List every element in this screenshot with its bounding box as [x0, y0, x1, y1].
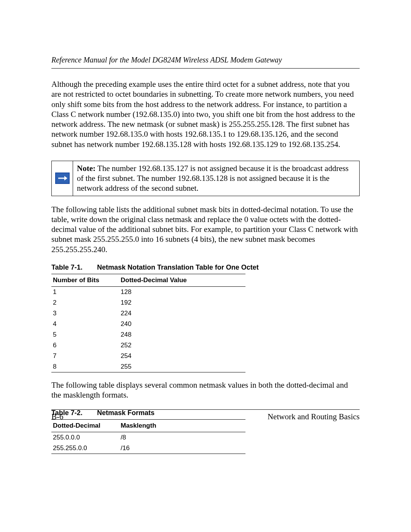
svg-marker-1: [64, 176, 67, 181]
page-number: B-6: [51, 412, 64, 422]
paragraph-1: Although the preceding example uses the …: [51, 79, 360, 149]
table-row: 5248: [51, 329, 245, 340]
table-row: 6252: [51, 340, 245, 351]
paragraph-3: The following table displays several com…: [51, 380, 360, 400]
table-row: 1128: [51, 286, 245, 297]
table-1-caption: Table 7-1.Netmask Notation Translation T…: [51, 264, 360, 272]
table-row: 4240: [51, 319, 245, 329]
table-1-head-a: Number of Bits: [51, 274, 119, 286]
arrow-right-icon: [55, 173, 70, 184]
note-body: The number 192.68.135.127 is not assigne…: [77, 164, 349, 193]
table-row: 7254: [51, 351, 245, 361]
table-row: 8255: [51, 361, 245, 372]
table-1-head-b: Dotted-Decimal Value: [119, 274, 245, 286]
table-1: Number of Bits Dotted-Decimal Value 1128…: [51, 274, 245, 372]
table-row: 255.255.0.0/16: [51, 443, 245, 454]
page-footer: B-6 Network and Routing Basics: [51, 409, 360, 422]
note-text: Note: The number 192.68.135.127 is not a…: [73, 161, 359, 196]
table-1-title: Netmask Notation Translation Table for O…: [97, 264, 259, 271]
table-row: 3224: [51, 308, 245, 319]
note-icon-cell: [52, 161, 73, 196]
section-title: Network and Routing Basics: [268, 412, 360, 422]
running-header: Reference Manual for the Model DG824M Wi…: [51, 56, 360, 69]
note-box: Note: The number 192.68.135.127 is not a…: [51, 161, 360, 196]
table-row: 2192: [51, 297, 245, 308]
table-1-number: Table 7-1.: [51, 264, 97, 272]
note-label: Note:: [77, 164, 96, 173]
table-2: Dotted-Decimal Masklength 255.0.0.0/8 25…: [51, 419, 245, 454]
paragraph-2: The following table lists the additional…: [51, 204, 360, 254]
table-row: 255.0.0.0/8: [51, 432, 245, 443]
page: Reference Manual for the Model DG824M Wi…: [0, 0, 411, 532]
